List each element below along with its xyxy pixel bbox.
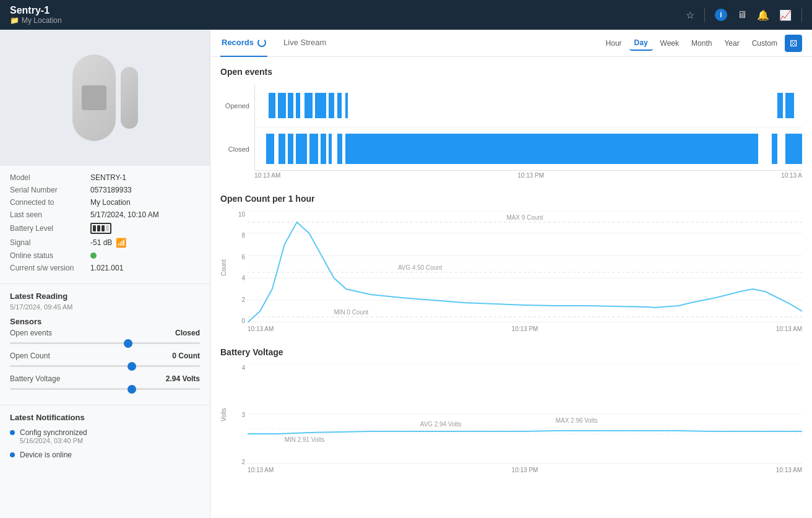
notif-time-1: 5/16/2024, 03:40 PM xyxy=(20,437,87,444)
opened-bar-6 xyxy=(315,93,326,118)
latest-reading-date: 5/17/2024, 09:45 AM xyxy=(10,303,200,311)
chart-icon[interactable]: 📈 xyxy=(779,9,792,21)
open-count-inner: Count 10 8 6 4 2 0 xyxy=(220,211,802,324)
time-btn-custom[interactable]: Custom xyxy=(747,37,782,50)
model-value: SENTRY-1 xyxy=(90,173,126,182)
signal-row: Signal -51 dB 📶 xyxy=(10,238,200,248)
notification-item-2: Device is online xyxy=(10,451,200,459)
open-count-svg-area: MAX 9 Count AVG 4.50 Count MIN 0 Count xyxy=(248,211,802,324)
sidebar: Model SENTRY-1 Serial Number 0573189933 … xyxy=(0,30,210,518)
bv-y-2: 2 xyxy=(233,459,245,465)
battery-row: Battery Level xyxy=(10,223,200,234)
device-body xyxy=(72,54,116,141)
y-6: 6 xyxy=(233,254,245,261)
sensor-row-battery: Battery Voltage 2.94 Volts xyxy=(10,374,200,383)
open-events-inner: Opened Closed xyxy=(220,84,802,171)
info-icon[interactable]: i xyxy=(715,9,727,21)
serial-label: Serial Number xyxy=(10,186,90,194)
last-seen-value: 5/17/2024, 10:10 AM xyxy=(90,210,159,219)
svg-text:AVG 4.50 Count: AVG 4.50 Count xyxy=(398,264,443,271)
y-0: 0 xyxy=(233,317,245,324)
latest-reading-section: Latest Reading 5/17/2024, 09:45 AM Senso… xyxy=(0,283,210,405)
battery-voltage-chart: Volts 4 3 2 xyxy=(220,365,802,473)
device-tab xyxy=(121,67,138,129)
model-label: Model xyxy=(10,173,90,182)
time-btn-year[interactable]: Year xyxy=(719,37,744,50)
opened-row xyxy=(255,84,802,127)
serial-row: Serial Number 0573189933 xyxy=(10,186,200,194)
slider-thumb-open-events[interactable] xyxy=(124,339,132,348)
x-label-start: 10:13 AM xyxy=(254,172,280,179)
svg-text:MIN 2.91 Volts: MIN 2.91 Volts xyxy=(285,436,325,443)
open-events-chart: Opened Closed xyxy=(220,84,802,179)
opened-bar-5 xyxy=(304,93,313,118)
battery-icon xyxy=(90,223,111,234)
notification-item-1: Config synchronized 5/16/2024, 03:40 PM xyxy=(10,428,200,444)
slider-thumb-open-count[interactable] xyxy=(127,362,136,371)
tab-records[interactable]: Records xyxy=(220,30,267,57)
device-info: Model SENTRY-1 Serial Number 0573189933 … xyxy=(0,166,210,283)
y-label-closed: Closed xyxy=(220,145,249,153)
opened-bar-10 xyxy=(777,93,783,118)
charts-area: Open events Opened Closed xyxy=(210,57,812,498)
closed-bar-main xyxy=(348,134,758,164)
svg-text:AVG 2.94 Volts: AVG 2.94 Volts xyxy=(420,421,462,428)
time-btn-day[interactable]: Day xyxy=(629,36,653,51)
device-image xyxy=(72,54,138,141)
tab-live-stream[interactable]: Live Stream xyxy=(282,30,327,57)
folder-icon: 📁 xyxy=(10,16,19,25)
opened-bar-11 xyxy=(785,93,793,118)
signal-label: Signal xyxy=(10,238,90,247)
y-4: 4 xyxy=(233,275,245,282)
serial-value: 0573189933 xyxy=(90,186,132,194)
app-title: Sentry-1 xyxy=(10,5,62,16)
monitor-icon[interactable]: 🖥 xyxy=(737,9,747,20)
sensor-value-open-events: Closed xyxy=(175,329,200,337)
x-label-end: 10:13 A xyxy=(781,172,802,179)
open-count-svg: MAX 9 Count AVG 4.50 Count MIN 0 Count xyxy=(248,211,802,322)
header-icons: ☆ i 🖥 🔔 📈 xyxy=(686,7,802,22)
bell-icon[interactable]: 🔔 xyxy=(757,9,769,21)
y-2: 2 xyxy=(233,296,245,303)
slider-thumb-battery[interactable] xyxy=(127,385,136,394)
notif-text-2: Device is online xyxy=(20,451,72,459)
open-count-chart: Count 10 8 6 4 2 0 xyxy=(220,211,802,332)
refresh-icon[interactable] xyxy=(257,38,266,47)
y-label-opened: Opened xyxy=(220,102,249,110)
closed-bar-right xyxy=(772,134,777,164)
settings-button[interactable]: ⚄ xyxy=(785,35,802,52)
star-icon[interactable]: ☆ xyxy=(686,9,694,21)
battery-bar-1 xyxy=(93,225,96,231)
signal-strength-icon: 📶 xyxy=(116,238,126,248)
time-btn-month[interactable]: Month xyxy=(686,37,717,50)
connected-row: Connected to My Location xyxy=(10,198,200,207)
closed-gap-8 xyxy=(342,134,345,164)
battery-label: Battery Level xyxy=(10,224,90,233)
software-row: Current s/w version 1.021.001 xyxy=(10,264,200,272)
closed-gap-7 xyxy=(332,134,337,164)
closed-gap-6 xyxy=(326,134,329,164)
connected-label: Connected to xyxy=(10,198,90,207)
battery-bar-4 xyxy=(106,225,109,231)
battery-svg: MIN 2.91 Volts AVG 2.94 Volts MAX 2.96 V… xyxy=(248,365,802,464)
device-image-area xyxy=(0,30,210,166)
main-content: Records Live Stream Hour Day Week Month … xyxy=(210,30,812,518)
slider-track-open-count xyxy=(10,365,200,367)
time-btn-hour[interactable]: Hour xyxy=(601,37,627,50)
software-label: Current s/w version xyxy=(10,264,90,272)
sensor-value-battery: 2.94 Volts xyxy=(166,374,200,383)
sensor-label-open-events: Open events xyxy=(10,329,52,337)
oc-x-end: 10:13 AM xyxy=(776,326,802,332)
bv-x-end: 10:13 AM xyxy=(776,467,802,473)
sensor-label-battery: Battery Voltage xyxy=(10,374,60,383)
notifications-title: Latest Notifications xyxy=(10,413,200,422)
battery-voltage-inner: Volts 4 3 2 xyxy=(220,365,802,465)
notif-dot-2 xyxy=(10,452,15,457)
svg-text:MAX 9 Count: MAX 9 Count xyxy=(506,214,543,221)
battery-bar-3 xyxy=(102,225,105,231)
battery-y-labels: 4 3 2 xyxy=(233,365,248,465)
time-btn-week[interactable]: Week xyxy=(655,37,684,50)
settings-icon: ⚄ xyxy=(790,38,797,48)
bv-x-mid: 10:13 PM xyxy=(512,467,538,473)
closed-gap-4 xyxy=(307,134,309,164)
